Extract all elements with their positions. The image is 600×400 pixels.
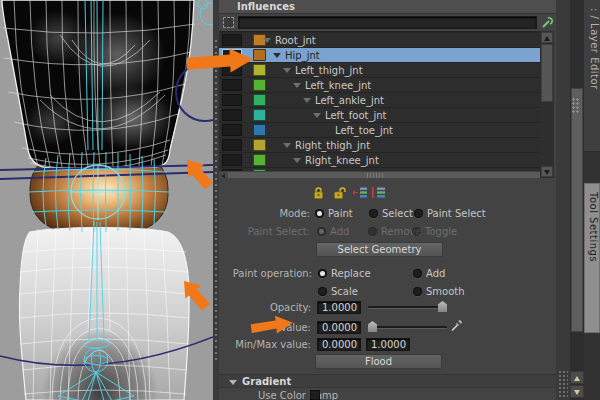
filter-wrench-icon[interactable] <box>541 16 553 29</box>
joint-label: Right_thigh_jnt <box>295 140 370 151</box>
expand-caret-icon[interactable] <box>283 68 291 73</box>
unlock-icon[interactable] <box>334 186 347 200</box>
paint-select-toggle-radio[interactable] <box>412 227 421 236</box>
joint-label: Left_thigh_jnt <box>295 65 363 76</box>
marquee-select-icon[interactable] <box>223 17 234 28</box>
use-color-ramp-checkbox[interactable] <box>310 390 320 400</box>
panel-vscroll-thumb[interactable] <box>571 88 583 332</box>
paint-select-remove-radio[interactable] <box>368 227 377 236</box>
mode-select-option[interactable]: Select <box>382 208 413 220</box>
row-select-cell[interactable] <box>222 79 242 91</box>
value-field[interactable]: 0.0000 <box>317 321 361 334</box>
row-select-cell[interactable] <box>222 94 242 106</box>
expand-caret-icon[interactable] <box>273 53 281 58</box>
tool-settings-panel: Influences Right_knee_jntRight_thigh_jnt… <box>219 0 556 400</box>
joint-color-swatch[interactable] <box>253 124 266 136</box>
hscroll-grip[interactable] <box>367 173 385 178</box>
joint-color-swatch[interactable] <box>253 94 266 106</box>
paint-op-scale-option[interactable]: Scale <box>331 286 358 298</box>
influences-vscrollbar[interactable] <box>540 31 554 178</box>
influence-row[interactable]: Left_knee_jnt <box>219 78 540 93</box>
influence-row[interactable]: Right_thigh_jnt <box>219 138 540 153</box>
expand-caret-icon[interactable] <box>263 38 271 43</box>
mode-paint-radio[interactable] <box>315 209 324 218</box>
influence-row[interactable]: Right_knee_jnt <box>219 153 540 168</box>
influence-row[interactable]: Left_ankle_jnt <box>219 93 540 108</box>
row-select-cell[interactable] <box>222 154 242 166</box>
joint-label: Left_toe_jnt <box>335 125 393 136</box>
paint-op-smooth-option[interactable]: Smooth <box>426 286 465 298</box>
expand-caret-icon[interactable] <box>313 113 321 118</box>
mode-paint-select-option[interactable]: Paint Select <box>427 208 486 220</box>
row-select-cell[interactable] <box>222 109 242 121</box>
joint-color-swatch[interactable] <box>253 139 266 151</box>
paint-select-add-radio[interactable] <box>317 227 326 236</box>
mode-paint-select-radio[interactable] <box>414 209 423 218</box>
value-slider[interactable] <box>368 326 447 329</box>
vscroll-thumb[interactable] <box>541 44 553 102</box>
row-select-cell[interactable] <box>222 49 242 61</box>
paint-select-add-option[interactable]: Add <box>330 226 349 238</box>
value-slider-handle[interactable] <box>368 321 377 332</box>
mode-select-radio[interactable] <box>369 209 378 218</box>
opacity-label: Opacity: <box>219 302 311 314</box>
panel-vscroll-grip[interactable] <box>572 98 580 114</box>
gradient-section-header[interactable]: Gradient <box>219 374 556 388</box>
influences-hscrollbar[interactable] <box>219 171 540 178</box>
paint-op-scale-radio[interactable] <box>318 287 327 296</box>
influences-filter-input[interactable] <box>238 16 537 29</box>
influences-title: Influences <box>237 1 295 12</box>
sort-alpha-icon[interactable] <box>353 186 368 199</box>
expand-caret-icon[interactable] <box>303 98 311 103</box>
paint-select-toggle-option[interactable]: Toggle <box>425 226 457 238</box>
paint-op-replace-option[interactable]: Replace <box>331 268 371 280</box>
select-geometry-button[interactable]: Select Geometry <box>316 242 443 257</box>
joint-color-swatch[interactable] <box>253 79 266 91</box>
expand-caret-icon[interactable] <box>283 143 291 148</box>
joint-color-swatch[interactable] <box>253 154 266 166</box>
gutter-grip[interactable] <box>558 370 568 398</box>
paint-op-smooth-radio[interactable] <box>413 287 422 296</box>
max-value-field[interactable]: 1.0000 <box>366 338 410 351</box>
panel-scroll-up-icon[interactable] <box>570 371 584 384</box>
flood-button[interactable]: Flood <box>315 354 442 369</box>
expand-caret-icon[interactable] <box>293 158 301 163</box>
min-value-field[interactable]: 0.0000 <box>317 338 361 351</box>
influence-row[interactable]: Left_thigh_jnt <box>219 63 540 78</box>
influence-row[interactable]: Left_toe_jnt <box>219 123 540 138</box>
value-label: Value: <box>219 322 311 334</box>
opacity-slider-handle[interactable] <box>438 301 447 312</box>
tab-tool-settings[interactable]: Tool Settings <box>584 183 600 333</box>
vscroll-up-arrow-icon[interactable] <box>541 32 553 43</box>
row-select-cell[interactable] <box>222 124 242 136</box>
influence-row[interactable]: Hip_jnt <box>219 48 540 63</box>
joint-color-swatch[interactable] <box>253 49 266 61</box>
vscroll-down-arrow-icon[interactable] <box>541 166 553 177</box>
joint-color-swatch[interactable] <box>253 109 266 121</box>
panel-vscrollbar[interactable] <box>570 0 584 400</box>
row-select-cell[interactable] <box>222 34 242 46</box>
influence-row[interactable]: Left_foot_jnt <box>219 108 540 123</box>
tab-layer-editor[interactable]: : / Layer Editor <box>584 0 600 152</box>
influences-section-header[interactable]: Influences <box>219 0 556 14</box>
side-tab-strip: : / Layer Editor Tool Settings <box>584 0 600 400</box>
collapse-triangle-icon[interactable] <box>229 380 237 385</box>
hscroll-left-arrow-icon[interactable] <box>219 172 228 178</box>
row-select-cell[interactable] <box>222 64 242 76</box>
paint-op-replace-radio[interactable] <box>318 269 327 278</box>
joint-color-swatch[interactable] <box>253 64 266 76</box>
lock-icon[interactable] <box>313 186 324 200</box>
paint-op-add-radio[interactable] <box>413 269 422 278</box>
eyedropper-icon[interactable] <box>450 319 463 332</box>
opacity-slider[interactable] <box>368 306 447 309</box>
panel-scroll-down-icon[interactable] <box>570 385 584 398</box>
mode-paint-option[interactable]: Paint <box>328 208 353 220</box>
row-select-cell[interactable] <box>222 139 242 151</box>
paint-op-add-option[interactable]: Add <box>426 268 445 280</box>
expand-caret-icon[interactable] <box>293 83 301 88</box>
sort-hierarchy-icon[interactable] <box>371 186 386 199</box>
influences-list[interactable]: Right_knee_jntRight_thigh_jntLeft_toe_jn… <box>219 31 540 178</box>
influence-row[interactable]: Root_jnt <box>219 33 540 48</box>
viewport-3d[interactable] <box>0 0 213 400</box>
opacity-field[interactable]: 1.0000 <box>317 301 361 314</box>
